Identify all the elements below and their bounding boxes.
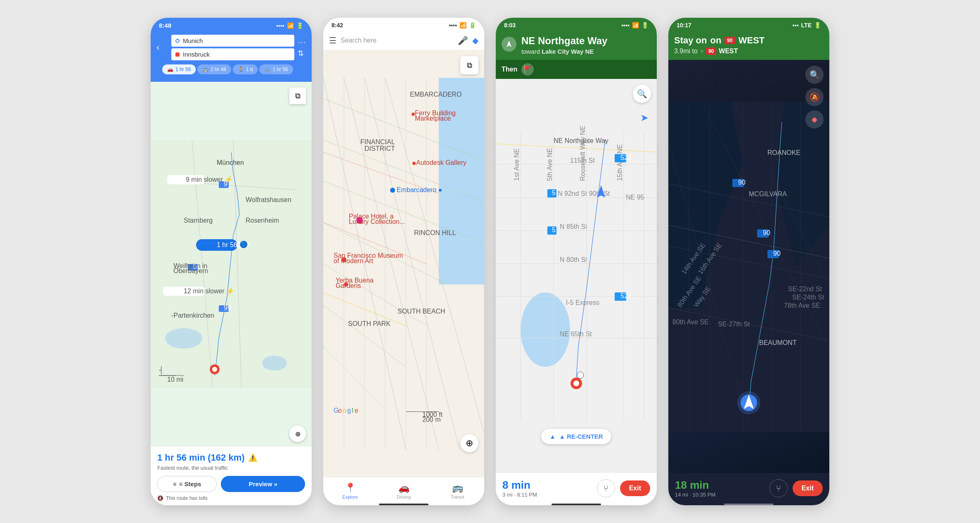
exit-button-3[interactable]: Exit — [620, 480, 650, 496]
transit-label: Transit — [450, 494, 464, 499]
header-row1-4: Stay on on 90 WEST — [674, 35, 824, 46]
preview-button[interactable]: Preview » — [221, 476, 305, 492]
exit-label-4: Exit — [802, 485, 814, 492]
map-area-4: ROANOKE MCGILVARA 14th Ave SE 16th Ave S… — [668, 60, 829, 473]
svg-text:🔵: 🔵 — [239, 240, 248, 248]
svg-text:FINANCIAL: FINANCIAL — [360, 138, 395, 145]
fork-icon-small-4: ⑂ — [700, 48, 703, 55]
layers-button-2[interactable]: ⧉ — [460, 56, 478, 74]
direction-icon-3 — [502, 37, 516, 52]
fork-icon-3: ⑂ — [604, 484, 608, 493]
svg-text:-Partenkirchen: -Partenkirchen — [171, 312, 214, 319]
compass-button-4[interactable]: ◆ — [805, 110, 824, 128]
svg-point-88 — [521, 292, 570, 367]
battery-icon-4: 🔋 — [814, 22, 821, 29]
search-button-4[interactable]: 🔍 — [805, 66, 824, 84]
search-icon-3: 🔍 — [637, 89, 647, 99]
recenter-button-3[interactable]: ▲ ▲ RE-CENTER — [541, 429, 611, 444]
svg-text:SE-22nd St: SE-22nd St — [788, 285, 822, 292]
transport-tab-car[interactable]: 🚗1 hr 56 — [162, 64, 196, 74]
preview-label: Preview » — [249, 480, 277, 487]
bottom-nav-2: 📍 Explore 🚗 Driving 🚌 Transit — [323, 477, 484, 503]
then-flag-icon: 🚩 — [523, 65, 532, 73]
home-indicator-3 — [496, 503, 657, 505]
time-3: 8:03 — [504, 22, 516, 29]
search-input-2[interactable]: Search here — [341, 34, 454, 47]
night-map-4: ROANOKE MCGILVARA 14th Ave SE 16th Ave S… — [668, 60, 829, 473]
svg-point-29 — [212, 367, 217, 372]
svg-text:BEAUMONT: BEAUMONT — [759, 339, 797, 346]
sound-icon-4: 🔕 — [810, 92, 820, 102]
svg-text:5th Ave NE: 5th Ave NE — [546, 148, 553, 181]
steps-button[interactable]: ≡ ≡ Steps — [157, 476, 217, 492]
route-desc-1: Fastest route, the usual traffic — [157, 465, 305, 471]
svg-text:SOUTH BEACH: SOUTH BEACH — [398, 308, 445, 315]
explore-icon: 📍 — [345, 483, 356, 493]
svg-text:MCGILVARA: MCGILVARA — [749, 190, 787, 197]
svg-text:SOUTH PARK: SOUTH PARK — [348, 320, 391, 327]
svg-text:SE-24th St: SE-24th St — [792, 294, 824, 301]
svg-marker-86 — [507, 40, 511, 47]
driving-label: Driving — [397, 494, 411, 499]
svg-text:90: 90 — [763, 229, 770, 236]
phones-container: 8:48 ▪▪▪▪ 📶 🔋 ‹ Munich Innsbruck — [134, 1, 846, 522]
transport-tab-bus[interactable]: 🚌2 hr 48 — [197, 64, 231, 74]
destination-input-1[interactable]: Innsbruck — [171, 48, 294, 60]
transit-icon: 🚌 — [452, 483, 463, 493]
steps-icon: ≡ — [173, 480, 177, 487]
nav-header-3: NE Northgate Way toward Lake City Way NE — [496, 31, 657, 60]
phone-3-nav: 8:03 ▪▪▪▪ 📶 🔋 NE Northgate Way toward La… — [496, 18, 657, 505]
signal-icon-4: ▪▪▪ — [793, 22, 799, 29]
bottom-panel-3: 8 min 3 mi · 8:11 PM ⑂ Exit — [496, 473, 657, 503]
svg-text:9 min slower ⚡: 9 min slower ⚡ — [186, 176, 233, 183]
route-header-1: ‹ Munich Innsbruck ⋯ ⇅ — [151, 31, 312, 82]
sound-button-4[interactable]: 🔕 — [805, 88, 824, 106]
compass-button-1[interactable]: ⊕ — [289, 426, 306, 442]
nav-driving[interactable]: 🚗 Driving — [377, 481, 431, 501]
transport-tab-walk[interactable]: 🚶1 d — [233, 64, 258, 74]
microphone-icon[interactable]: 🎤 — [458, 36, 468, 45]
origin-input-1[interactable]: Munich — [171, 35, 294, 47]
nav-arrow-3: ➤ — [640, 112, 649, 124]
nav-transit[interactable]: 🚌 Transit — [431, 481, 484, 501]
fork-button-3[interactable]: ⑂ — [597, 479, 615, 497]
battery-icon-2: 🔋 — [469, 22, 476, 29]
tolls-row: 🔇 This route has tolls — [157, 495, 305, 501]
compass-icon-1: ⊕ — [295, 430, 301, 438]
svg-text:ROANOKE: ROANOKE — [767, 149, 800, 156]
more-button-1[interactable]: ⋯ — [298, 37, 306, 47]
svg-text:SE-27th St: SE-27th St — [718, 321, 750, 328]
layers-button-1[interactable]: ⧉ — [289, 88, 306, 104]
svg-text:99: 99 — [224, 304, 231, 311]
back-button-1[interactable]: ‹ — [156, 42, 168, 53]
maps-icon[interactable]: ◆ — [472, 36, 478, 45]
svg-point-63 — [412, 113, 415, 116]
battery-icon-3: 🔋 — [641, 22, 649, 29]
tolls-text: This route has tolls — [166, 495, 208, 501]
search-button-3[interactable]: 🔍 — [633, 85, 651, 103]
driving-icon: 🚗 — [398, 483, 410, 493]
street-name-3: NE Northgate Way — [521, 35, 651, 47]
dest-highway-4: 90 — [708, 48, 714, 54]
swap-button-1[interactable]: ⇅ — [298, 49, 306, 58]
wifi-icon-2: 📶 — [459, 22, 466, 29]
svg-text:200 m: 200 m — [422, 416, 440, 423]
status-icons-4: ▪▪▪ LTE 🔋 — [793, 22, 821, 29]
search-bar-2: ☰ Search here 🎤 ◆ — [323, 31, 484, 50]
status-bar-1: 8:48 ▪▪▪▪ 📶 🔋 — [151, 18, 312, 31]
header-row2-4: 3.9mi to ⑂ 90 WEST — [674, 48, 824, 55]
svg-text:o: o — [338, 407, 342, 414]
home-indicator-2 — [323, 503, 484, 505]
dest-label: Innsbruck — [183, 51, 210, 58]
hamburger-icon[interactable]: ☰ — [329, 36, 336, 45]
nav-explore[interactable]: 📍 Explore — [323, 481, 377, 501]
transport-tab-bike[interactable]: 🚲1 hr 56 — [259, 64, 293, 74]
fork-button-4[interactable]: ⑂ — [769, 479, 788, 497]
exit-button-4[interactable]: Exit — [793, 480, 823, 496]
nav-text-3: NE Northgate Way toward Lake City Way NE — [521, 35, 651, 55]
svg-text:78th Ave SE: 78th Ave SE — [784, 302, 820, 309]
home-bar-3 — [552, 504, 601, 505]
svg-text:DISTRICT: DISTRICT — [365, 145, 395, 152]
dest-highway-badge: 90 — [706, 48, 716, 55]
compass-button-2[interactable]: ⊕ — [460, 434, 478, 452]
